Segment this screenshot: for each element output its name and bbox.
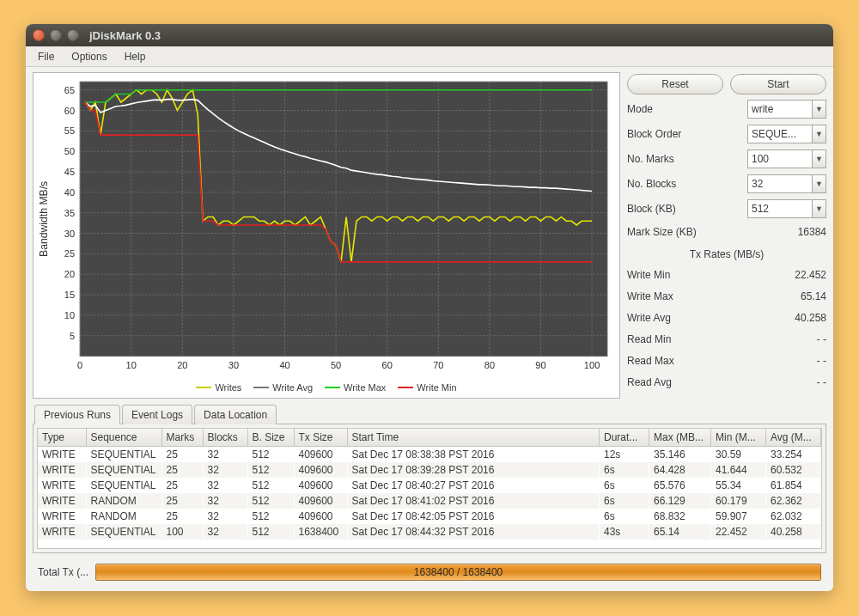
table-cell: WRITE xyxy=(38,493,86,509)
table-cell: SEQUENTIAL xyxy=(86,462,161,478)
tab-data-location[interactable]: Data Location xyxy=(194,405,277,424)
table-cell: 6s xyxy=(600,509,649,524)
table-cell: WRITE xyxy=(38,509,86,524)
table-cell: WRITE xyxy=(38,524,86,540)
svg-text:20: 20 xyxy=(177,360,187,370)
read-avg-label: Read Avg xyxy=(627,376,817,388)
table-cell: Sat Dec 17 08:40:27 PST 2016 xyxy=(347,478,600,493)
start-button[interactable]: Start xyxy=(730,74,826,95)
table-cell: Sat Dec 17 08:44:32 PST 2016 xyxy=(347,524,600,540)
svg-text:35: 35 xyxy=(64,208,75,218)
maximize-icon[interactable] xyxy=(67,29,79,41)
col-header[interactable]: B. Size xyxy=(247,429,294,447)
table-cell: SEQUENTIAL xyxy=(86,447,161,463)
svg-text:70: 70 xyxy=(433,360,443,370)
table-cell: Sat Dec 17 08:42:05 PST 2016 xyxy=(347,509,600,524)
table-cell: SEQUENTIAL xyxy=(86,478,161,493)
rates-title: Tx Rates (MB/s) xyxy=(627,248,826,260)
col-header[interactable]: Max (MB... xyxy=(649,429,711,447)
svg-text:60: 60 xyxy=(64,106,75,116)
table-cell: 33.254 xyxy=(766,447,821,463)
col-header[interactable]: Sequence xyxy=(86,429,161,447)
table-cell: RANDOM xyxy=(86,493,161,509)
svg-text:60: 60 xyxy=(382,360,393,370)
reset-button[interactable]: Reset xyxy=(627,74,723,95)
svg-text:0: 0 xyxy=(77,360,82,370)
svg-text:40: 40 xyxy=(64,187,75,198)
svg-text:10: 10 xyxy=(126,360,137,370)
tab-body: TypeSequenceMarksBlocksB. SizeTx SizeSta… xyxy=(33,424,826,553)
tab-event-logs[interactable]: Event Logs xyxy=(122,405,192,424)
svg-text:20: 20 xyxy=(64,269,75,279)
menu-options[interactable]: Options xyxy=(64,49,113,64)
runs-table[interactable]: TypeSequenceMarksBlocksB. SizeTx SizeSta… xyxy=(38,429,821,540)
table-cell: 60.179 xyxy=(711,493,766,509)
marks-spinner[interactable]: 100▼ xyxy=(747,149,826,168)
table-cell: Sat Dec 17 08:39:28 PST 2016 xyxy=(347,462,600,478)
table-cell: 25 xyxy=(161,509,203,524)
table-cell: 64.428 xyxy=(649,462,711,478)
svg-text:55: 55 xyxy=(64,125,75,136)
col-header[interactable]: Durat... xyxy=(600,429,649,447)
table-cell: 68.832 xyxy=(649,509,711,524)
chevron-down-icon: ▼ xyxy=(812,150,825,168)
svg-text:25: 25 xyxy=(64,248,75,259)
col-header[interactable]: Min (M... xyxy=(711,429,766,447)
table-cell: 32 xyxy=(203,447,247,463)
table-cell: WRITE xyxy=(38,462,86,478)
table-cell: SEQUENTIAL xyxy=(86,524,161,540)
table-cell: 409600 xyxy=(294,509,347,524)
col-header[interactable]: Marks xyxy=(161,429,203,447)
table-row[interactable]: WRITERANDOM2532512409600Sat Dec 17 08:41… xyxy=(38,493,821,509)
col-header[interactable]: Type xyxy=(38,429,86,447)
svg-text:50: 50 xyxy=(64,146,75,156)
legend-writes-label: Writes xyxy=(215,382,241,393)
table-row[interactable]: WRITESEQUENTIAL2532512409600Sat Dec 17 0… xyxy=(38,447,821,463)
blockkb-spinner[interactable]: 512▼ xyxy=(747,199,826,218)
svg-text:100: 100 xyxy=(584,360,600,370)
minimize-icon[interactable] xyxy=(50,29,62,41)
table-row[interactable]: WRITESEQUENTIAL2532512409600Sat Dec 17 0… xyxy=(38,462,821,478)
table-cell: 6s xyxy=(600,462,649,478)
col-header[interactable]: Blocks xyxy=(203,429,247,447)
legend-min-line xyxy=(398,387,413,388)
table-cell: Sat Dec 17 08:38:38 PST 2016 xyxy=(347,447,600,463)
table-cell: 512 xyxy=(247,478,294,493)
table-cell: 35.146 xyxy=(649,447,711,463)
table-cell: 32 xyxy=(203,509,247,524)
close-icon[interactable] xyxy=(33,29,45,41)
app-window: jDiskMark 0.3 File Options Help 51015202… xyxy=(26,24,833,591)
col-header[interactable]: Avg (M... xyxy=(766,429,821,447)
svg-text:80: 80 xyxy=(484,360,495,370)
table-cell: 12s xyxy=(600,447,649,463)
table-row[interactable]: WRITERANDOM2532512409600Sat Dec 17 08:42… xyxy=(38,509,821,524)
marksize-value: 16384 xyxy=(798,226,826,238)
marksize-label: Mark Size (KB) xyxy=(627,226,798,238)
table-cell: 409600 xyxy=(294,462,347,478)
col-header[interactable]: Start Time xyxy=(347,429,600,447)
menu-help[interactable]: Help xyxy=(118,49,153,64)
col-header[interactable]: Tx Size xyxy=(294,429,347,447)
table-cell: 512 xyxy=(247,462,294,478)
table-cell: 43s xyxy=(600,524,649,540)
write-min-value: 22.452 xyxy=(795,269,826,281)
write-max-value: 65.14 xyxy=(801,290,826,302)
menu-file[interactable]: File xyxy=(31,49,61,64)
status-label: Total Tx (... xyxy=(38,566,88,578)
legend-max-line xyxy=(325,387,340,388)
table-cell: 32 xyxy=(203,524,247,540)
blocks-spinner[interactable]: 32▼ xyxy=(747,174,826,193)
table-cell: 22.452 xyxy=(711,524,766,540)
mode-combo[interactable]: write▼ xyxy=(747,100,826,119)
table-row[interactable]: WRITESEQUENTIAL2532512409600Sat Dec 17 0… xyxy=(38,478,821,493)
titlebar: jDiskMark 0.3 xyxy=(26,24,833,46)
table-row[interactable]: WRITESEQUENTIAL100325121638400Sat Dec 17… xyxy=(38,524,821,540)
table-cell: 409600 xyxy=(294,493,347,509)
tab-previous-runs[interactable]: Previous Runs xyxy=(34,405,120,424)
legend-avg-label: Write Avg xyxy=(272,382,313,393)
svg-text:15: 15 xyxy=(64,290,75,300)
table-cell: 32 xyxy=(203,478,247,493)
block-order-combo[interactable]: SEQUE...▼ xyxy=(747,125,826,143)
block-order-label: Block Order xyxy=(627,128,747,140)
read-max-value: - - xyxy=(817,355,826,367)
